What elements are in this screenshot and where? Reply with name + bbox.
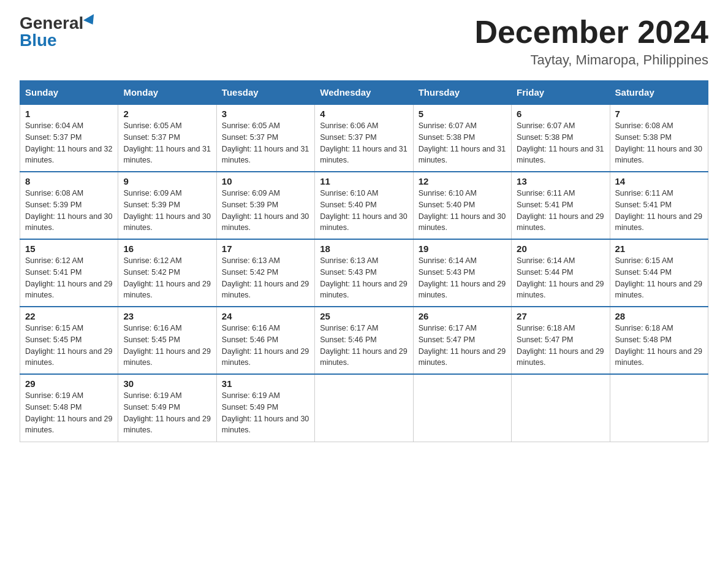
calendar-cell: 19Sunrise: 6:14 AMSunset: 5:43 PMDayligh… — [413, 239, 511, 307]
day-info: Sunrise: 6:07 AMSunset: 5:38 PMDaylight:… — [517, 120, 604, 166]
day-number: 13 — [517, 176, 604, 186]
calendar-cell: 14Sunrise: 6:11 AMSunset: 5:41 PMDayligh… — [610, 172, 708, 239]
calendar-cell — [315, 374, 413, 442]
day-number: 27 — [517, 311, 604, 321]
day-number: 15 — [25, 243, 113, 254]
calendar-cell: 16Sunrise: 6:12 AMSunset: 5:42 PMDayligh… — [118, 239, 216, 307]
calendar-week-row: 22Sunrise: 6:15 AMSunset: 5:45 PMDayligh… — [20, 307, 708, 374]
calendar-cell — [512, 374, 610, 442]
calendar-cell: 2Sunrise: 6:05 AMSunset: 5:37 PMDaylight… — [118, 104, 216, 172]
calendar-week-row: 29Sunrise: 6:19 AMSunset: 5:48 PMDayligh… — [20, 374, 708, 442]
location-title: Taytay, Mimaropa, Philippines — [474, 52, 708, 68]
day-info: Sunrise: 6:10 AMSunset: 5:40 PMDaylight:… — [320, 188, 408, 234]
calendar-cell: 20Sunrise: 6:14 AMSunset: 5:44 PMDayligh… — [512, 239, 610, 307]
day-info: Sunrise: 6:12 AMSunset: 5:41 PMDaylight:… — [25, 255, 113, 301]
day-number: 28 — [615, 311, 703, 321]
day-info: Sunrise: 6:18 AMSunset: 5:47 PMDaylight:… — [517, 323, 604, 369]
calendar-table: SundayMondayTuesdayWednesdayThursdayFrid… — [20, 80, 708, 442]
day-info: Sunrise: 6:19 AMSunset: 5:49 PMDaylight:… — [222, 390, 309, 436]
day-info: Sunrise: 6:19 AMSunset: 5:49 PMDaylight:… — [123, 390, 211, 436]
day-number: 11 — [320, 176, 408, 186]
calendar-cell: 1Sunrise: 6:04 AMSunset: 5:37 PMDaylight… — [20, 104, 118, 172]
calendar-cell: 15Sunrise: 6:12 AMSunset: 5:41 PMDayligh… — [20, 239, 118, 307]
day-info: Sunrise: 6:10 AMSunset: 5:40 PMDaylight:… — [419, 188, 506, 234]
title-block: December 2024 Taytay, Mimaropa, Philippi… — [474, 15, 708, 68]
day-info: Sunrise: 6:14 AMSunset: 5:44 PMDaylight:… — [517, 255, 604, 301]
calendar-cell: 25Sunrise: 6:17 AMSunset: 5:46 PMDayligh… — [315, 307, 413, 374]
day-info: Sunrise: 6:18 AMSunset: 5:48 PMDaylight:… — [615, 323, 703, 369]
logo: General Blue — [20, 15, 97, 49]
day-number: 25 — [320, 311, 408, 321]
day-number: 22 — [25, 311, 113, 321]
logo-triangle-icon — [83, 14, 98, 28]
calendar-cell: 17Sunrise: 6:13 AMSunset: 5:42 PMDayligh… — [216, 239, 314, 307]
day-info: Sunrise: 6:17 AMSunset: 5:47 PMDaylight:… — [419, 323, 506, 369]
day-number: 12 — [419, 176, 506, 186]
col-header-sunday: Sunday — [20, 81, 118, 105]
calendar-cell: 4Sunrise: 6:06 AMSunset: 5:37 PMDaylight… — [315, 104, 413, 172]
day-info: Sunrise: 6:05 AMSunset: 5:37 PMDaylight:… — [123, 120, 211, 166]
logo-blue-text: Blue — [20, 32, 57, 49]
calendar-header-row: SundayMondayTuesdayWednesdayThursdayFrid… — [20, 81, 708, 105]
calendar-cell: 31Sunrise: 6:19 AMSunset: 5:49 PMDayligh… — [216, 374, 314, 442]
col-header-monday: Monday — [118, 81, 216, 105]
col-header-tuesday: Tuesday — [216, 81, 314, 105]
day-number: 5 — [419, 109, 506, 119]
calendar-cell: 13Sunrise: 6:11 AMSunset: 5:41 PMDayligh… — [512, 172, 610, 239]
calendar-cell — [413, 374, 511, 442]
day-info: Sunrise: 6:17 AMSunset: 5:46 PMDaylight:… — [320, 323, 408, 369]
day-info: Sunrise: 6:16 AMSunset: 5:46 PMDaylight:… — [222, 323, 309, 369]
day-number: 4 — [320, 109, 408, 119]
day-info: Sunrise: 6:09 AMSunset: 5:39 PMDaylight:… — [222, 188, 309, 234]
day-info: Sunrise: 6:14 AMSunset: 5:43 PMDaylight:… — [419, 255, 506, 301]
day-number: 23 — [123, 311, 211, 321]
day-number: 14 — [615, 176, 703, 186]
day-number: 17 — [222, 243, 309, 254]
day-info: Sunrise: 6:19 AMSunset: 5:48 PMDaylight:… — [25, 390, 113, 436]
day-number: 29 — [25, 378, 113, 389]
day-number: 19 — [419, 243, 506, 254]
calendar-cell: 23Sunrise: 6:16 AMSunset: 5:45 PMDayligh… — [118, 307, 216, 374]
day-info: Sunrise: 6:09 AMSunset: 5:39 PMDaylight:… — [123, 188, 211, 234]
day-number: 9 — [123, 176, 211, 186]
day-number: 7 — [615, 109, 703, 119]
calendar-cell: 6Sunrise: 6:07 AMSunset: 5:38 PMDaylight… — [512, 104, 610, 172]
calendar-cell: 11Sunrise: 6:10 AMSunset: 5:40 PMDayligh… — [315, 172, 413, 239]
calendar-cell: 24Sunrise: 6:16 AMSunset: 5:46 PMDayligh… — [216, 307, 314, 374]
day-number: 8 — [25, 176, 113, 186]
day-info: Sunrise: 6:05 AMSunset: 5:37 PMDaylight:… — [222, 120, 309, 166]
calendar-cell: 18Sunrise: 6:13 AMSunset: 5:43 PMDayligh… — [315, 239, 413, 307]
day-number: 31 — [222, 378, 309, 389]
day-number: 16 — [123, 243, 211, 254]
calendar-week-row: 8Sunrise: 6:08 AMSunset: 5:39 PMDaylight… — [20, 172, 708, 239]
day-number: 3 — [222, 109, 309, 119]
day-info: Sunrise: 6:12 AMSunset: 5:42 PMDaylight:… — [123, 255, 211, 301]
day-info: Sunrise: 6:08 AMSunset: 5:38 PMDaylight:… — [615, 120, 703, 166]
day-number: 30 — [123, 378, 211, 389]
day-info: Sunrise: 6:08 AMSunset: 5:39 PMDaylight:… — [25, 188, 113, 234]
day-number: 2 — [123, 109, 211, 119]
page-header: General Blue December 2024 Taytay, Mimar… — [20, 15, 708, 68]
day-number: 1 — [25, 109, 113, 119]
calendar-cell: 3Sunrise: 6:05 AMSunset: 5:37 PMDaylight… — [216, 104, 314, 172]
calendar-cell: 12Sunrise: 6:10 AMSunset: 5:40 PMDayligh… — [413, 172, 511, 239]
day-number: 21 — [615, 243, 703, 254]
calendar-cell: 27Sunrise: 6:18 AMSunset: 5:47 PMDayligh… — [512, 307, 610, 374]
day-info: Sunrise: 6:11 AMSunset: 5:41 PMDaylight:… — [615, 188, 703, 234]
calendar-cell: 9Sunrise: 6:09 AMSunset: 5:39 PMDaylight… — [118, 172, 216, 239]
calendar-cell: 29Sunrise: 6:19 AMSunset: 5:48 PMDayligh… — [20, 374, 118, 442]
day-number: 24 — [222, 311, 309, 321]
col-header-saturday: Saturday — [610, 81, 708, 105]
col-header-wednesday: Wednesday — [315, 81, 413, 105]
day-info: Sunrise: 6:16 AMSunset: 5:45 PMDaylight:… — [123, 323, 211, 369]
day-info: Sunrise: 6:04 AMSunset: 5:37 PMDaylight:… — [25, 120, 113, 166]
calendar-week-row: 1Sunrise: 6:04 AMSunset: 5:37 PMDaylight… — [20, 104, 708, 172]
month-title: December 2024 — [474, 15, 708, 50]
calendar-week-row: 15Sunrise: 6:12 AMSunset: 5:41 PMDayligh… — [20, 239, 708, 307]
calendar-cell: 26Sunrise: 6:17 AMSunset: 5:47 PMDayligh… — [413, 307, 511, 374]
day-info: Sunrise: 6:06 AMSunset: 5:37 PMDaylight:… — [320, 120, 408, 166]
calendar-cell: 8Sunrise: 6:08 AMSunset: 5:39 PMDaylight… — [20, 172, 118, 239]
day-info: Sunrise: 6:07 AMSunset: 5:38 PMDaylight:… — [419, 120, 506, 166]
day-info: Sunrise: 6:13 AMSunset: 5:43 PMDaylight:… — [320, 255, 408, 301]
day-number: 26 — [419, 311, 506, 321]
